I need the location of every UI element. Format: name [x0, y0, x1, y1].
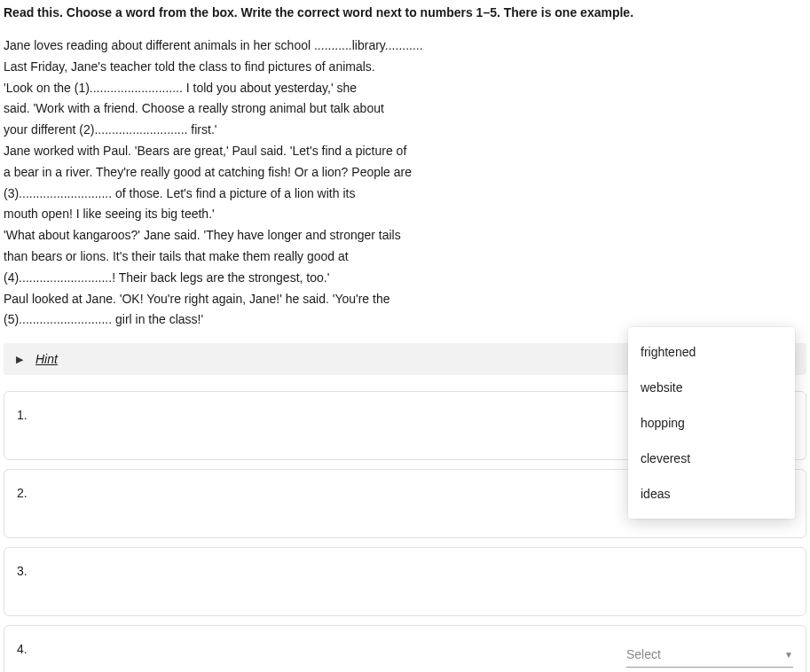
passage-line: 'What about kangaroos?' Jane said. 'They… — [4, 225, 806, 246]
passage-line: mouth open! I like seeing its big teeth.… — [4, 204, 806, 225]
question-number: 2. — [17, 486, 28, 500]
instructions-text: Read this. Choose a word from the box. W… — [4, 5, 806, 20]
dropdown-option-website[interactable]: website — [628, 370, 795, 405]
dropdown-option-cleverest[interactable]: cleverest — [628, 441, 795, 476]
caret-down-icon: ▼ — [784, 650, 793, 660]
passage-line: (3)........................... of those.… — [4, 184, 806, 205]
reading-passage: Jane loves reading about different anima… — [4, 35, 806, 331]
passage-line: 'Look on the (1)........................… — [4, 78, 806, 99]
passage-line: your different (2)......................… — [4, 120, 806, 141]
passage-line: than bears or lions. It's their tails th… — [4, 246, 806, 268]
answer-select-4[interactable]: Select ▼ — [626, 644, 793, 668]
passage-line: said. 'Work with a friend. Choose a real… — [4, 98, 806, 120]
passage-line: Last Friday, Jane's teacher told the cla… — [4, 57, 806, 78]
passage-line: Jane loves reading about different anima… — [4, 35, 806, 57]
question-number: 1. — [17, 408, 28, 422]
dropdown-option-frightened[interactable]: frightened — [628, 334, 795, 370]
answer-select-3[interactable]: Select ▼ — [626, 566, 793, 590]
passage-line: (4)...........................! Their ba… — [4, 268, 806, 289]
question-card-3: 3. Select ▼ — [4, 547, 806, 616]
hint-label: Hint — [35, 352, 58, 366]
question-number: 4. — [17, 642, 28, 656]
dropdown-menu: frightened website hopping cleverest ide… — [628, 327, 795, 519]
dropdown-option-hopping[interactable]: hopping — [628, 405, 795, 441]
dropdown-option-ideas[interactable]: ideas — [628, 476, 795, 512]
question-number: 3. — [17, 564, 28, 578]
passage-line: a bear in a river. They're really good a… — [4, 162, 806, 184]
passage-line: Jane worked with Paul. 'Bears are great,… — [4, 141, 806, 162]
chevron-right-icon: ▶ — [16, 354, 23, 365]
question-card-4: 4. Select ▼ — [4, 625, 806, 672]
passage-line: Paul looked at Jane. 'OK! You're right a… — [4, 289, 806, 310]
select-placeholder: Select — [626, 647, 661, 661]
